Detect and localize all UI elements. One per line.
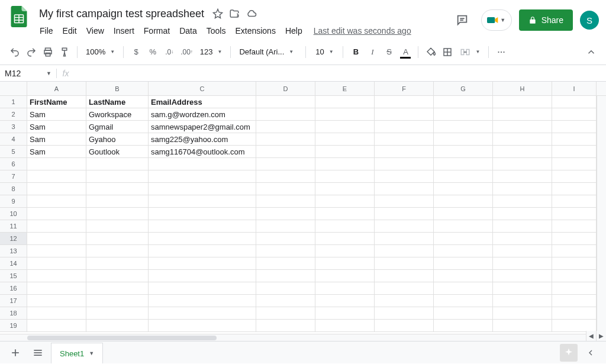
row-header[interactable]: 9 [0, 195, 27, 208]
cell[interactable] [375, 108, 434, 121]
cell[interactable] [27, 220, 86, 233]
cell[interactable] [27, 208, 86, 220]
redo-button[interactable] [24, 44, 39, 60]
cell[interactable] [375, 307, 434, 320]
menu-tools[interactable]: Tools [202, 24, 230, 38]
cell[interactable] [493, 282, 552, 295]
cell[interactable] [493, 257, 552, 270]
cell[interactable] [315, 183, 375, 195]
currency-button[interactable]: $ [128, 44, 144, 60]
cell[interactable] [315, 307, 375, 320]
cell[interactable] [27, 245, 86, 257]
cell[interactable] [375, 257, 434, 270]
cell[interactable] [375, 245, 434, 257]
cell[interactable] [256, 282, 315, 295]
cell[interactable] [86, 170, 149, 183]
column-header-D[interactable]: D [256, 82, 315, 95]
cell[interactable] [315, 295, 375, 307]
cell[interactable] [434, 158, 493, 170]
cell[interactable] [27, 295, 86, 307]
last-edit-link[interactable]: Last edit was seconds ago [314, 26, 411, 36]
increase-decimal-button[interactable]: .00↑ [178, 44, 195, 60]
cell[interactable] [86, 233, 149, 245]
cell[interactable] [86, 245, 149, 257]
cell[interactable] [27, 257, 86, 270]
row-header[interactable]: 8 [0, 183, 27, 195]
cell[interactable] [315, 121, 375, 133]
cell[interactable] [552, 245, 597, 257]
cell[interactable] [552, 320, 597, 332]
merge-button[interactable]: ▼ [456, 44, 483, 60]
cell[interactable] [86, 270, 149, 282]
cell[interactable] [434, 257, 493, 270]
cell[interactable] [315, 195, 375, 208]
cell[interactable] [552, 170, 597, 183]
horizontal-scrollbar[interactable] [0, 334, 597, 341]
cell[interactable] [149, 208, 256, 220]
cell[interactable] [149, 183, 256, 195]
vertical-scrollbar[interactable] [597, 96, 606, 334]
row-header[interactable]: 3 [0, 121, 27, 133]
cell[interactable] [552, 220, 597, 233]
font-size-dropdown[interactable]: 10▼ [311, 44, 338, 60]
cell[interactable] [552, 96, 597, 108]
cell[interactable] [86, 320, 149, 332]
row-header[interactable]: 17 [0, 295, 27, 307]
cell[interactable] [493, 270, 552, 282]
cell[interactable] [493, 220, 552, 233]
menu-help[interactable]: Help [281, 24, 307, 38]
collapse-toolbar-button[interactable] [584, 44, 599, 60]
cell[interactable] [149, 158, 256, 170]
cell[interactable]: Goutlook [86, 146, 149, 158]
cell[interactable] [256, 295, 315, 307]
paint-format-button[interactable] [57, 44, 72, 60]
cell[interactable] [552, 133, 597, 146]
row-header[interactable]: 15 [0, 270, 27, 282]
cell[interactable]: sam.g@wordzen.com [149, 108, 256, 121]
cell[interactable] [434, 208, 493, 220]
cell[interactable] [315, 158, 375, 170]
cell[interactable]: Gworkspace [86, 108, 149, 121]
italic-button[interactable]: I [365, 44, 380, 60]
row-header[interactable]: 4 [0, 133, 27, 146]
cell[interactable] [493, 233, 552, 245]
doc-title[interactable]: My first campaign test spreadsheet [36, 7, 208, 21]
row-header[interactable]: 7 [0, 170, 27, 183]
cell[interactable] [375, 270, 434, 282]
cell[interactable] [256, 245, 315, 257]
cell[interactable]: samg225@yahoo.com [149, 133, 256, 146]
cell[interactable] [493, 158, 552, 170]
cell[interactable] [493, 195, 552, 208]
cell[interactable] [375, 295, 434, 307]
cell[interactable] [315, 282, 375, 295]
cell[interactable] [27, 270, 86, 282]
column-header-A[interactable]: A [27, 82, 86, 95]
decrease-decimal-button[interactable]: .0↓ [162, 44, 177, 60]
cell[interactable] [315, 96, 375, 108]
column-header-H[interactable]: H [493, 82, 552, 95]
cell[interactable] [493, 133, 552, 146]
cell[interactable] [552, 307, 597, 320]
cell[interactable] [27, 233, 86, 245]
cell[interactable] [256, 195, 315, 208]
cell[interactable] [375, 121, 434, 133]
menu-view[interactable]: View [82, 24, 108, 38]
cell[interactable] [434, 146, 493, 158]
cell[interactable] [375, 170, 434, 183]
percent-button[interactable]: % [145, 44, 160, 60]
cell[interactable] [434, 195, 493, 208]
cell[interactable] [315, 320, 375, 332]
cell[interactable] [375, 146, 434, 158]
cell[interactable] [149, 170, 256, 183]
meet-button[interactable]: ▼ [481, 9, 512, 31]
strikethrough-button[interactable]: S [381, 44, 397, 60]
cell[interactable] [434, 245, 493, 257]
cell[interactable] [256, 133, 315, 146]
column-header-G[interactable]: G [434, 82, 493, 95]
cell[interactable] [149, 220, 256, 233]
cell[interactable] [552, 233, 597, 245]
cell[interactable] [149, 295, 256, 307]
cell[interactable] [86, 158, 149, 170]
cell[interactable] [434, 133, 493, 146]
cell[interactable] [375, 208, 434, 220]
